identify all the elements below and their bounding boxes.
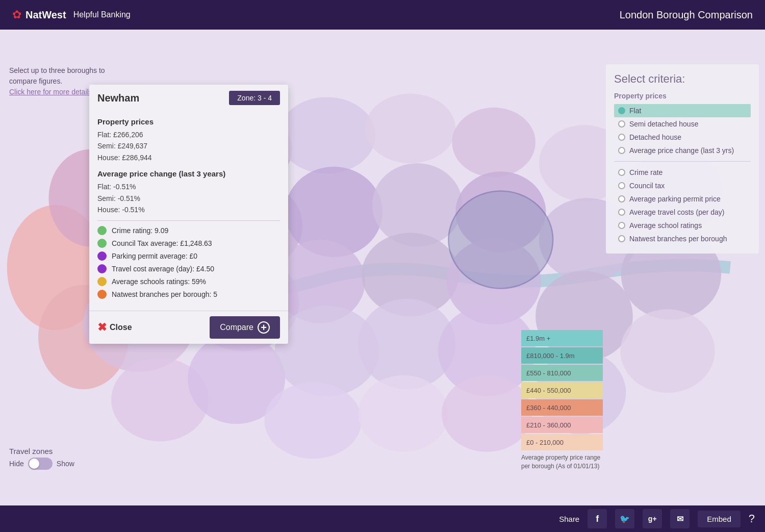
criteria-radio-flat (618, 107, 625, 114)
criteria-label-avg-change: Average price change (last 3 yrs) (629, 146, 734, 155)
svg-point-34 (449, 191, 553, 289)
toggle-knob (29, 459, 39, 469)
legend-bar-4: £440 - 550,000 (521, 382, 603, 398)
svg-point-22 (452, 108, 536, 177)
criteria-item-council-tax[interactable]: Council tax (614, 179, 751, 192)
svg-point-12 (278, 97, 375, 173)
criteria-title: Select criteria: (614, 72, 751, 86)
schools-label: Average schools ratings: 59% (112, 277, 206, 286)
svg-point-21 (358, 375, 448, 452)
criteria-radio-schools (618, 222, 625, 229)
popup-body: Property prices Flat: £266,206 Semi: £24… (89, 117, 288, 311)
twitter-button[interactable]: 🐦 (615, 509, 634, 528)
close-label: Close (110, 323, 132, 332)
legend-label-4: £440 - 550,000 (526, 387, 571, 394)
legend-caption-line2: per borough (As of 01/01/13) (521, 463, 599, 470)
legend-item-1: £1.9m + (521, 330, 603, 346)
council-label: Council Tax average: £1,248.63 (112, 239, 212, 247)
natwest-brand-name: NatWest (26, 9, 66, 21)
popup-footer: ✖ Close Compare + (89, 311, 288, 344)
criteria-label-travel: Average travel costs (per day) (629, 208, 725, 216)
criteria-item-detached[interactable]: Detached house (614, 131, 751, 144)
popup-crime-stat: Crime rating: 9.09 (97, 226, 280, 235)
legend-label-1: £1.9m + (526, 335, 550, 342)
criteria-item-semi[interactable]: Semi detached house (614, 117, 751, 131)
toggle-row: Hide Show (9, 458, 74, 470)
criteria-radio-parking (618, 195, 625, 202)
criteria-radio-semi (618, 120, 625, 128)
popup-header: Newham Zone: 3 - 4 (89, 85, 288, 111)
legend-bar-6: £210 - 360,000 (521, 417, 603, 433)
twitter-icon: 🐦 (620, 514, 630, 524)
legend-item-2: £810,000 - 1.9m (521, 347, 603, 364)
compare-button[interactable]: Compare + (210, 316, 280, 339)
popup-house-change: House: -0.51% (97, 204, 280, 215)
travel-label: Travel cost average (day): £4.50 (112, 265, 214, 273)
property-prices-title: Property prices (97, 117, 280, 126)
criteria-label-parking: Average parking permit price (629, 195, 721, 203)
criteria-label-schools: Average school ratings (629, 221, 702, 230)
borough-zone: Zone: 3 - 4 (229, 91, 280, 105)
legend-bar-5: £360 - 440,000 (521, 399, 603, 416)
criteria-item-crime[interactable]: Crime rate (614, 166, 751, 179)
embed-button[interactable]: Embed (698, 511, 741, 527)
legend-item-5: £360 - 440,000 (521, 399, 603, 416)
close-button[interactable]: ✖ Close (97, 321, 132, 334)
travel-dot (97, 264, 107, 273)
legend-caption: Average property price range per borough… (521, 453, 603, 471)
email-button[interactable]: ✉ (670, 509, 690, 528)
googleplus-button[interactable]: g+ (643, 509, 662, 528)
legend-label-5: £360 - 440,000 (526, 404, 571, 412)
parking-label: Parking permit average: £0 (112, 252, 197, 260)
criteria-item-travel[interactable]: Average travel costs (per day) (614, 206, 751, 219)
criteria-item-parking[interactable]: Average parking permit price (614, 192, 751, 206)
map-area[interactable]: Select up to three boroughs to compare f… (0, 30, 765, 505)
legend-label-3: £550 - 810,000 (526, 369, 571, 377)
natwest-label: Natwest branches per borough: 5 (112, 290, 217, 298)
popup-house: House: £286,944 (97, 152, 280, 163)
legend-caption-line1: Average property price range (521, 454, 600, 461)
criteria-label-flat: Flat (629, 107, 641, 115)
page-title: London Borough Comparison (620, 9, 753, 21)
popup-travel-stat: Travel cost average (day): £4.50 (97, 264, 280, 273)
legend-bar-7: £0 - 210,000 (521, 434, 603, 450)
show-label: Show (57, 460, 74, 468)
email-icon: ✉ (677, 514, 683, 524)
criteria-item-avg-change[interactable]: Average price change (last 3 yrs) (614, 144, 751, 157)
popup-council-stat: Council Tax average: £1,248.63 (97, 239, 280, 248)
svg-point-33 (620, 309, 715, 393)
legend-bar-2: £810,000 - 1.9m (521, 347, 603, 364)
svg-point-16 (264, 383, 362, 459)
share-label: Share (559, 515, 579, 523)
legend-label-6: £210 - 360,000 (526, 421, 571, 429)
help-button[interactable]: ? (749, 512, 755, 525)
criteria-item-flat[interactable]: Flat (614, 104, 751, 117)
hide-label: Hide (9, 460, 24, 468)
criteria-label-council-tax: Council tax (629, 182, 665, 190)
criteria-label-detached: Detached house (629, 133, 681, 141)
parking-dot (97, 251, 107, 261)
travel-zones-label: Travel zones (9, 447, 74, 455)
crime-label: Crime rating: 9.09 (112, 226, 168, 235)
legend-item-4: £440 - 550,000 (521, 382, 603, 398)
legend-bar-3: £550 - 810,000 (521, 365, 603, 381)
popup-divider (97, 220, 280, 221)
criteria-radio-council-tax (618, 182, 625, 189)
header-left: ✿ NatWest Helpful Banking (12, 8, 131, 21)
legend-item-7: £0 - 210,000 (521, 434, 603, 450)
criteria-label-crime: Crime rate (629, 168, 662, 176)
details-link[interactable]: Click here for more details (9, 88, 92, 96)
googleplus-icon: g+ (648, 515, 657, 523)
criteria-divider-1 (614, 161, 751, 162)
facebook-button[interactable]: f (588, 509, 607, 528)
legend-container: £1.9m + £810,000 - 1.9m £550 - 810,000 £… (521, 330, 603, 471)
popup-parking-stat: Parking permit average: £0 (97, 251, 280, 261)
criteria-radio-crime (618, 169, 625, 176)
borough-popup: Newham Zone: 3 - 4 Property prices Flat:… (89, 85, 288, 344)
legend-bar-1: £1.9m + (521, 330, 603, 346)
travel-zones-toggle[interactable] (28, 458, 53, 470)
criteria-section-property: Property prices (614, 92, 751, 100)
criteria-item-schools[interactable]: Average school ratings (614, 219, 751, 232)
embed-label: Embed (707, 515, 731, 523)
criteria-item-natwest[interactable]: Natwest branches per borough (614, 232, 751, 245)
